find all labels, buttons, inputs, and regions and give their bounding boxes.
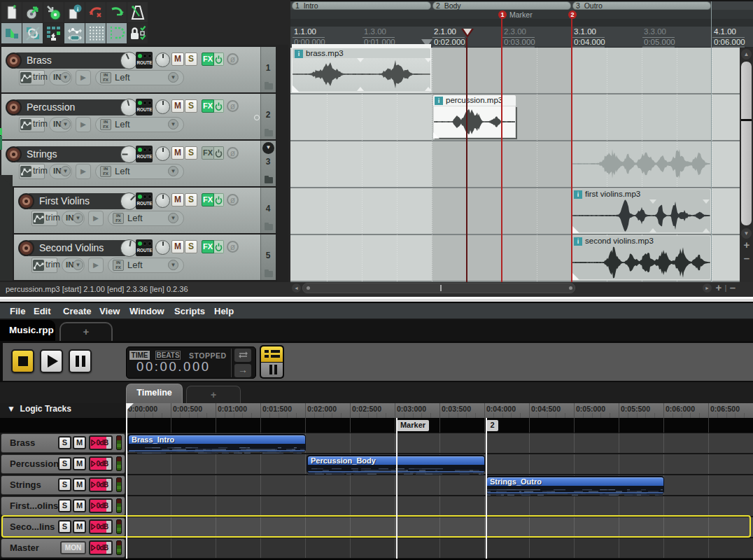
svg-text:*: * [13,4,16,12]
